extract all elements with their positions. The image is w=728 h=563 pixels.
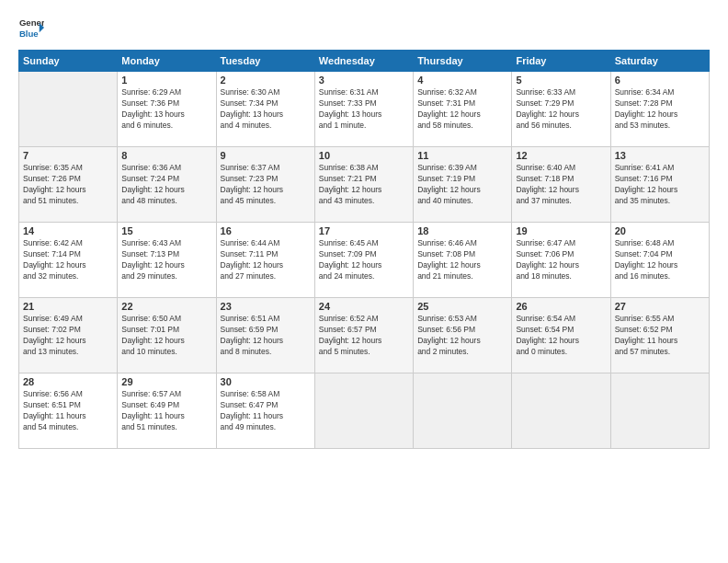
col-header-wednesday: Wednesday [314,51,413,72]
calendar-cell: 25Sunrise: 6:53 AM Sunset: 6:56 PM Dayli… [414,298,512,373]
header: General Blue [18,15,710,40]
calendar-cell: 11Sunrise: 6:39 AM Sunset: 7:19 PM Dayli… [414,147,512,223]
day-info: Sunrise: 6:41 AM Sunset: 7:16 PM Dayligh… [615,163,705,207]
calendar-cell: 28Sunrise: 6:56 AM Sunset: 6:51 PM Dayli… [19,373,118,449]
calendar-cell: 29Sunrise: 6:57 AM Sunset: 6:49 PM Dayli… [118,373,216,449]
day-number: 8 [121,150,211,161]
calendar-cell: 14Sunrise: 6:42 AM Sunset: 7:14 PM Dayli… [19,223,118,298]
calendar-cell: 5Sunrise: 6:33 AM Sunset: 7:29 PM Daylig… [512,72,610,147]
week-row-1: 1Sunrise: 6:29 AM Sunset: 7:36 PM Daylig… [19,72,710,147]
col-header-monday: Monday [118,51,216,72]
day-info: Sunrise: 6:29 AM Sunset: 7:36 PM Dayligh… [121,87,211,132]
calendar-cell: 18Sunrise: 6:46 AM Sunset: 7:08 PM Dayli… [414,223,512,298]
calendar-cell: 22Sunrise: 6:50 AM Sunset: 7:01 PM Dayli… [118,298,216,373]
calendar-cell: 8Sunrise: 6:36 AM Sunset: 7:24 PM Daylig… [118,147,216,223]
col-header-saturday: Saturday [610,51,709,72]
day-info: Sunrise: 6:42 AM Sunset: 7:14 PM Dayligh… [23,238,113,282]
day-info: Sunrise: 6:43 AM Sunset: 7:13 PM Dayligh… [121,238,211,282]
day-info: Sunrise: 6:48 AM Sunset: 7:04 PM Dayligh… [615,238,705,282]
day-number: 3 [319,75,409,86]
day-number: 12 [516,150,606,161]
calendar-cell [414,373,512,449]
calendar-cell: 26Sunrise: 6:54 AM Sunset: 6:54 PM Dayli… [512,298,610,373]
day-info: Sunrise: 6:32 AM Sunset: 7:31 PM Dayligh… [417,87,507,132]
calendar-cell: 17Sunrise: 6:45 AM Sunset: 7:09 PM Dayli… [314,223,413,298]
day-info: Sunrise: 6:56 AM Sunset: 6:51 PM Dayligh… [23,389,113,433]
calendar-cell: 27Sunrise: 6:55 AM Sunset: 6:52 PM Dayli… [610,298,709,373]
col-header-thursday: Thursday [414,51,512,72]
day-number: 9 [221,150,311,161]
day-info: Sunrise: 6:44 AM Sunset: 7:11 PM Dayligh… [221,238,311,282]
col-header-friday: Friday [512,51,610,72]
day-info: Sunrise: 6:55 AM Sunset: 6:52 PM Dayligh… [615,314,705,358]
day-info: Sunrise: 6:35 AM Sunset: 7:26 PM Dayligh… [23,163,113,207]
calendar-cell: 9Sunrise: 6:37 AM Sunset: 7:23 PM Daylig… [216,147,314,223]
day-number: 30 [221,376,311,387]
day-info: Sunrise: 6:53 AM Sunset: 6:56 PM Dayligh… [417,314,507,358]
day-number: 18 [417,225,507,236]
week-row-3: 14Sunrise: 6:42 AM Sunset: 7:14 PM Dayli… [19,223,710,298]
day-number: 23 [221,301,311,312]
calendar-cell: 24Sunrise: 6:52 AM Sunset: 6:57 PM Dayli… [314,298,413,373]
day-info: Sunrise: 6:39 AM Sunset: 7:19 PM Dayligh… [417,163,507,207]
day-info: Sunrise: 6:50 AM Sunset: 7:01 PM Dayligh… [121,314,211,358]
day-info: Sunrise: 6:49 AM Sunset: 7:02 PM Dayligh… [23,314,113,358]
calendar-cell: 23Sunrise: 6:51 AM Sunset: 6:59 PM Dayli… [216,298,314,373]
calendar-cell: 4Sunrise: 6:32 AM Sunset: 7:31 PM Daylig… [414,72,512,147]
day-info: Sunrise: 6:45 AM Sunset: 7:09 PM Dayligh… [319,238,409,282]
calendar-cell: 12Sunrise: 6:40 AM Sunset: 7:18 PM Dayli… [512,147,610,223]
day-number: 21 [23,301,113,312]
day-info: Sunrise: 6:57 AM Sunset: 6:49 PM Dayligh… [121,389,211,433]
week-row-4: 21Sunrise: 6:49 AM Sunset: 7:02 PM Dayli… [19,298,710,373]
calendar-cell: 3Sunrise: 6:31 AM Sunset: 7:33 PM Daylig… [314,72,413,147]
header-row: SundayMondayTuesdayWednesdayThursdayFrid… [19,51,710,72]
day-number: 10 [319,150,409,161]
week-row-5: 28Sunrise: 6:56 AM Sunset: 6:51 PM Dayli… [19,373,710,449]
day-info: Sunrise: 6:54 AM Sunset: 6:54 PM Dayligh… [516,314,606,358]
calendar-cell: 2Sunrise: 6:30 AM Sunset: 7:34 PM Daylig… [216,72,314,147]
day-info: Sunrise: 6:40 AM Sunset: 7:18 PM Dayligh… [516,163,606,207]
calendar-cell [19,72,118,147]
week-row-2: 7Sunrise: 6:35 AM Sunset: 7:26 PM Daylig… [19,147,710,223]
day-info: Sunrise: 6:38 AM Sunset: 7:21 PM Dayligh… [319,163,409,207]
day-number: 15 [121,225,211,236]
day-number: 22 [121,301,211,312]
day-number: 14 [23,225,113,236]
day-number: 27 [615,301,705,312]
calendar-cell [314,373,413,449]
day-number: 24 [319,301,409,312]
col-header-sunday: Sunday [19,51,118,72]
calendar-cell [512,373,610,449]
calendar-cell: 20Sunrise: 6:48 AM Sunset: 7:04 PM Dayli… [610,223,709,298]
day-number: 28 [23,376,113,387]
day-number: 20 [615,225,705,236]
svg-text:Blue: Blue [19,29,39,39]
day-number: 4 [417,75,507,86]
day-number: 1 [121,75,211,86]
day-info: Sunrise: 6:47 AM Sunset: 7:06 PM Dayligh… [516,238,606,282]
day-number: 19 [516,225,606,236]
calendar-cell [610,373,709,449]
day-info: Sunrise: 6:36 AM Sunset: 7:24 PM Dayligh… [121,163,211,207]
calendar-cell: 30Sunrise: 6:58 AM Sunset: 6:47 PM Dayli… [216,373,314,449]
calendar-cell: 10Sunrise: 6:38 AM Sunset: 7:21 PM Dayli… [314,147,413,223]
day-number: 29 [121,376,211,387]
calendar-cell: 6Sunrise: 6:34 AM Sunset: 7:28 PM Daylig… [610,72,709,147]
calendar-cell: 7Sunrise: 6:35 AM Sunset: 7:26 PM Daylig… [19,147,118,223]
calendar-cell: 21Sunrise: 6:49 AM Sunset: 7:02 PM Dayli… [19,298,118,373]
day-number: 11 [417,150,507,161]
day-number: 7 [23,150,113,161]
day-info: Sunrise: 6:58 AM Sunset: 6:47 PM Dayligh… [221,389,311,433]
day-info: Sunrise: 6:33 AM Sunset: 7:29 PM Dayligh… [516,87,606,132]
day-number: 6 [615,75,705,86]
day-number: 17 [319,225,409,236]
col-header-tuesday: Tuesday [216,51,314,72]
calendar-cell: 13Sunrise: 6:41 AM Sunset: 7:16 PM Dayli… [610,147,709,223]
day-info: Sunrise: 6:31 AM Sunset: 7:33 PM Dayligh… [319,87,409,132]
calendar-cell: 1Sunrise: 6:29 AM Sunset: 7:36 PM Daylig… [118,72,216,147]
day-info: Sunrise: 6:46 AM Sunset: 7:08 PM Dayligh… [417,238,507,282]
logo-icon: General Blue [18,15,44,40]
calendar-cell: 16Sunrise: 6:44 AM Sunset: 7:11 PM Dayli… [216,223,314,298]
calendar-cell: 15Sunrise: 6:43 AM Sunset: 7:13 PM Dayli… [118,223,216,298]
day-number: 2 [221,75,311,86]
